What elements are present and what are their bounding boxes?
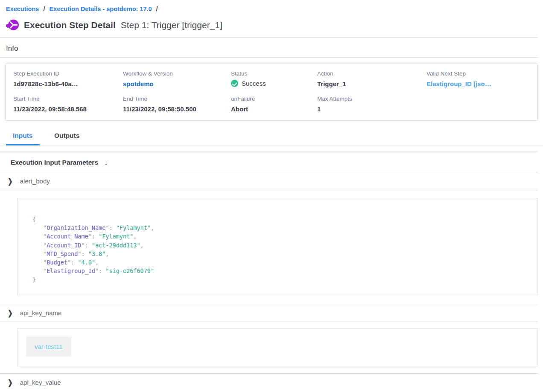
breadcrumb-separator: / (156, 6, 158, 12)
value-chip: var-test11 (26, 337, 71, 357)
field-valid-next-step: Valid Next Step Elastigroup_ID [jso… (426, 70, 530, 87)
section-title: Execution Input Parameters (11, 159, 98, 166)
breadcrumb-link-execution-details[interactable]: Execution Details - spotdemo: 17.0 (49, 6, 152, 12)
field-on-failure: onFailure Abort (231, 96, 317, 113)
field-label: onFailure (231, 96, 317, 102)
divider (0, 322, 538, 322)
field-empty (426, 96, 530, 113)
tab-inputs[interactable]: Inputs (6, 130, 40, 145)
page-title: Execution Step Detail (24, 20, 116, 30)
breadcrumb-link-executions[interactable]: Executions (6, 6, 39, 12)
info-heading: Info (0, 38, 543, 57)
field-start-time: Start Time 11/23/2022, 09:58:48.568 (13, 96, 123, 113)
chevron-right-icon: ❯ (8, 378, 13, 387)
api-key-name-value-box: var-test11 (17, 328, 538, 366)
status-text: Success (242, 80, 266, 87)
json-code: {"Organization_Name": "Fylamynt","Accoun… (32, 215, 529, 284)
divider (0, 57, 538, 58)
field-status: Status Success (231, 70, 317, 87)
success-check-icon (231, 80, 238, 87)
field-value: 11/23/2022, 09:58:48.568 (13, 105, 123, 113)
fylamynt-logo-icon (6, 19, 19, 31)
param-name: api_key_value (20, 379, 61, 386)
field-value: 1d97828c-13b6-40a… (13, 80, 123, 87)
workflow-link[interactable]: spotdemo (123, 80, 231, 87)
field-max-attempts: Max Attempts 1 (317, 96, 426, 113)
param-name: alert_body (20, 177, 50, 185)
param-name: api_key_name (20, 309, 62, 317)
arrow-down-icon[interactable]: ↓ (104, 159, 108, 166)
status-badge: Success (231, 80, 317, 87)
info-card: Step Execution ID 1d97828c-13b6-40a… Wor… (5, 64, 538, 121)
param-row-alert-body[interactable]: ❯ alert_body (0, 172, 543, 190)
page-subtitle: Step 1: Trigger [trigger_1] (121, 20, 222, 30)
field-end-time: End Time 11/23/2022, 09:58:50.500 (123, 96, 231, 113)
field-label: Max Attempts (317, 96, 426, 102)
field-value: Abort (231, 105, 317, 113)
field-label: End Time (123, 96, 231, 102)
execution-input-parameters-header: Execution Input Parameters ↓ (0, 151, 543, 172)
field-value: Trigger_1 (317, 80, 426, 87)
alert-body-json-viewer: {"Organization_Name": "Fylamynt","Accoun… (17, 198, 538, 295)
spacer (0, 145, 543, 151)
param-row-api-key-value[interactable]: ❯ api_key_value (0, 374, 543, 391)
breadcrumb-separator: / (43, 6, 45, 12)
field-step-execution-id: Step Execution ID 1d97828c-13b6-40a… (13, 70, 123, 87)
divider (0, 190, 538, 190)
field-label: Valid Next Step (426, 70, 530, 77)
field-action: Action Trigger_1 (317, 70, 426, 87)
field-label: Status (231, 70, 317, 77)
field-label: Action (317, 70, 426, 77)
chevron-right-icon: ❯ (8, 177, 13, 186)
breadcrumb: Executions / Execution Details - spotdem… (0, 0, 543, 12)
valid-next-step-link[interactable]: Elastigroup_ID [jso… (426, 80, 530, 87)
field-value: 1 (317, 105, 426, 113)
tab-outputs[interactable]: Outputs (47, 130, 86, 144)
field-workflow-version: Workflow & Version spotdemo (123, 70, 231, 87)
tab-bar: Inputs Outputs (0, 130, 543, 145)
field-label: Workflow & Version (123, 70, 231, 77)
field-label: Start Time (13, 96, 123, 102)
chevron-right-icon: ❯ (8, 309, 13, 317)
field-value: 11/23/2022, 09:58:50.500 (123, 105, 231, 113)
field-label: Step Execution ID (13, 70, 123, 77)
page-header: Execution Step Detail Step 1: Trigger [t… (0, 12, 543, 37)
param-row-api-key-name[interactable]: ❯ api_key_name (0, 304, 543, 322)
